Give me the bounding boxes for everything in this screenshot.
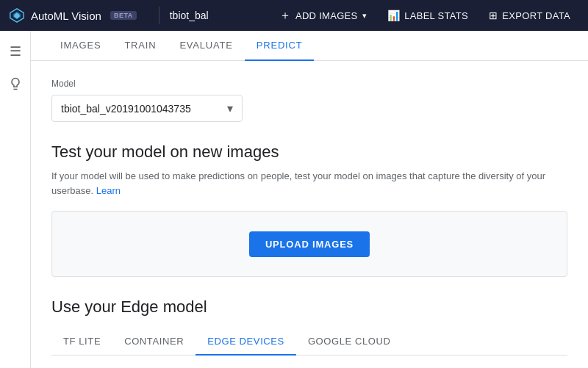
- bar-chart-icon: 📊: [387, 10, 400, 21]
- tab-evaluate[interactable]: EVALUATE: [168, 31, 244, 61]
- edge-tab-container[interactable]: CONTAINER: [112, 328, 196, 356]
- edge-tab-edge-devices[interactable]: EDGE DEVICES: [196, 328, 296, 356]
- tab-images[interactable]: IMAGES: [49, 31, 112, 61]
- export-data-button[interactable]: ⊞ EXPORT DATA: [480, 5, 579, 26]
- test-section-desc: If your model will be used to make predi…: [51, 169, 567, 198]
- label-stats-label: LABEL STATS: [404, 10, 468, 21]
- automl-logo-icon: [9, 7, 25, 24]
- header-divider: [159, 7, 159, 24]
- learn-more-link[interactable]: Learn: [96, 185, 121, 196]
- beta-badge: BETA: [110, 11, 137, 20]
- main-tabs: IMAGES TRAIN EVALUATE PREDICT: [31, 31, 588, 61]
- model-select[interactable]: tbiot_bal_v20191001043735 ▾: [51, 95, 243, 122]
- tab-train[interactable]: TRAIN: [112, 31, 168, 61]
- chevron-down-icon: ▾: [362, 11, 367, 21]
- edge-section-title: Use your Edge model: [51, 297, 567, 317]
- upload-images-button[interactable]: UPLOAD IMAGES: [249, 231, 370, 257]
- upload-area: UPLOAD IMAGES: [51, 211, 567, 277]
- sidebar: ☰: [0, 31, 31, 368]
- export-data-label: EXPORT DATA: [502, 10, 570, 21]
- tab-predict[interactable]: PREDICT: [245, 31, 315, 61]
- label-stats-button[interactable]: 📊 LABEL STATS: [379, 5, 477, 26]
- edge-tabs: TF LITE CONTAINER EDGE DEVICES GOOGLE CL…: [51, 328, 567, 356]
- predict-content: Model tbiot_bal_v20191001043735 ▾ Test y…: [31, 61, 588, 368]
- edge-tab-google-cloud[interactable]: GOOGLE CLOUD: [296, 328, 403, 356]
- add-images-label: ADD IMAGES: [295, 10, 358, 21]
- logo-text: AutoML Vision: [31, 10, 101, 22]
- hamburger-icon: ☰: [10, 43, 21, 59]
- model-label: Model: [51, 79, 567, 89]
- lightbulb-icon: [8, 76, 23, 91]
- test-section-title: Test your model on new images: [51, 142, 567, 162]
- plus-icon: ＋: [279, 8, 291, 24]
- add-images-button[interactable]: ＋ ADD IMAGES ▾: [270, 4, 376, 28]
- logo: AutoML Vision BETA: [9, 7, 137, 24]
- layout: ☰ IMAGES TRAIN EVALUATE PREDICT Model tb…: [0, 31, 588, 368]
- edge-tab-tf-lite[interactable]: TF LITE: [51, 328, 112, 356]
- main-content: IMAGES TRAIN EVALUATE PREDICT Model tbio…: [31, 31, 588, 368]
- model-value: tbiot_bal_v20191001043735: [61, 103, 191, 115]
- header-actions: ＋ ADD IMAGES ▾ 📊 LABEL STATS ⊞ EXPORT DA…: [270, 4, 579, 28]
- project-name: tbiot_bal: [170, 10, 209, 21]
- sidebar-bulb-icon[interactable]: [7, 75, 24, 93]
- sidebar-menu-icon[interactable]: ☰: [7, 43, 24, 60]
- header: AutoML Vision BETA tbiot_bal ＋ ADD IMAGE…: [0, 0, 588, 31]
- export-icon: ⊞: [489, 10, 498, 21]
- chevron-down-icon: ▾: [227, 101, 233, 115]
